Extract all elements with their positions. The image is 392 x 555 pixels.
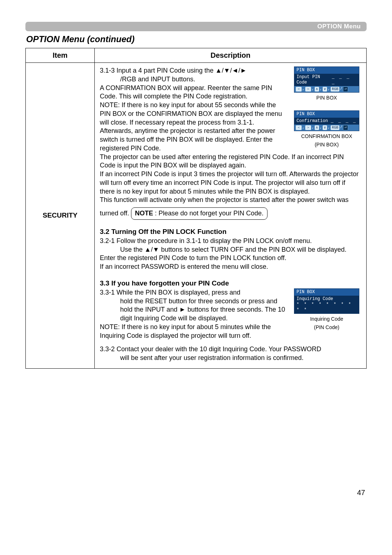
description-cell: 3.1-3 Input a 4 part PIN Code using the … (95, 63, 367, 369)
s313-p4: The projector can be used after entering… (100, 153, 344, 169)
inq-line: Inquiring Code (297, 296, 357, 302)
confirm-diagram: PIN BOX Confirmation _ _ _ _ ＜, ＞, ∧, ∨, (294, 110, 359, 131)
s32-title: 3.2 Turning Off the PIN LOCK Function (100, 227, 361, 236)
key-input-icon: ⏎ (343, 86, 348, 92)
page-title: OPTION Menu (continued) (26, 34, 367, 44)
s313-p2: NOTE: If there is no key input for about… (100, 101, 282, 126)
key-rgb-icon: RGB (331, 125, 339, 130)
confirm-caption1: CONFIRMATION BOX (301, 133, 352, 139)
confirm-caption2: (PIN BOX) (315, 142, 339, 148)
key-up-icon: ∧ (315, 87, 319, 92)
s32-p2: Enter the registered PIN Code to turn th… (100, 254, 286, 262)
inq-caption1: Inquiring Code (310, 316, 343, 322)
key-left-icon: ＜ (296, 125, 302, 130)
pinbox-line: Input PIN Code (297, 74, 332, 85)
key-input-icon: ⏎ (343, 125, 348, 130)
col-description: Description (95, 48, 367, 63)
key-right-icon: ＞ (305, 125, 311, 130)
key-right-icon: ＞ (305, 87, 311, 92)
inq-stars: * * * * * * * * * * (297, 302, 357, 313)
inq-title: PIN BOX (294, 289, 359, 296)
key-up-icon: ∧ (315, 125, 319, 130)
note-box: NOTE : Please do not forget your PIN Cod… (131, 207, 268, 220)
s313-lead2: /RGB and INPUT buttons. (100, 75, 286, 84)
inq-caption2: (PIN Code) (314, 324, 339, 331)
key-down-icon: ∨ (323, 87, 327, 92)
confirm-line: Confirmation (297, 118, 328, 124)
s313-p1: A CONFIRMATION BOX will appear. Reenter … (100, 84, 272, 100)
pinbox-title: PIN BOX (294, 67, 359, 74)
security-table: Item Description SECURITY 3.1-3 Input a … (25, 48, 367, 369)
note-label: NOTE (135, 210, 153, 217)
s313-lead: 3.1-3 Input a 4 part PIN Code using the … (100, 67, 246, 74)
header-label: OPTION Menu (317, 23, 361, 30)
s33-title: 3.3 If you have forgotten your PIN Code (100, 279, 361, 288)
s313-p3: Afterwards, anytime the projector is res… (100, 127, 275, 152)
inquiring-diagram: PIN BOX Inquiring Code * * * * * * * * *… (294, 288, 359, 314)
key-rgb-icon: RGB (331, 87, 339, 92)
s33-p1b: hold the RESET button for three seconds … (100, 297, 286, 323)
s33-p3: 3.3-2 Contact your dealer with the 10 di… (100, 345, 321, 353)
s33-p3b: will be sent after your user registratio… (100, 354, 361, 362)
pinbox-dashes: _ _ _ _ (332, 74, 357, 85)
pinbox-diagram: PIN BOX Input PIN Code _ _ _ _ ＜, ＞, ∧, … (294, 66, 359, 93)
confirm-keys: ＜, ＞, ∧, ∨, RGB / ⏎ (294, 125, 359, 131)
s33-p2: NOTE: If there is no key input for about… (100, 323, 271, 339)
s313-p5: If an incorrect PIN Code is input 3 time… (100, 170, 359, 195)
key-down-icon: ∨ (323, 125, 327, 130)
s33-p1: 3.3-1 While the PIN BOX is displayed, pr… (100, 289, 240, 296)
col-item: Item (26, 48, 95, 63)
confirm-title: PIN BOX (294, 111, 359, 118)
item-security: SECURITY (26, 63, 95, 369)
page-number: 47 (25, 489, 367, 497)
pinbox-caption: PIN BOX (317, 95, 337, 101)
s32-p1: 3.2-1 Follow the procedure in 3.1-1 to d… (100, 237, 312, 244)
pinbox-keys: ＜, ＞, ∧, ∨, RGB / ⏎ (294, 86, 359, 92)
s32-p3: If an incorrect PASSWORD is entered the … (100, 263, 268, 270)
confirm-dashes: _ _ _ _ (331, 118, 357, 124)
s32-p1b: Use the ▲/▼ buttons to select TURN OFF a… (100, 246, 361, 254)
header-bar: OPTION Menu (25, 22, 367, 31)
key-left-icon: ＜ (296, 87, 302, 92)
note-text: : Please do not forget your PIN Code. (153, 210, 264, 217)
